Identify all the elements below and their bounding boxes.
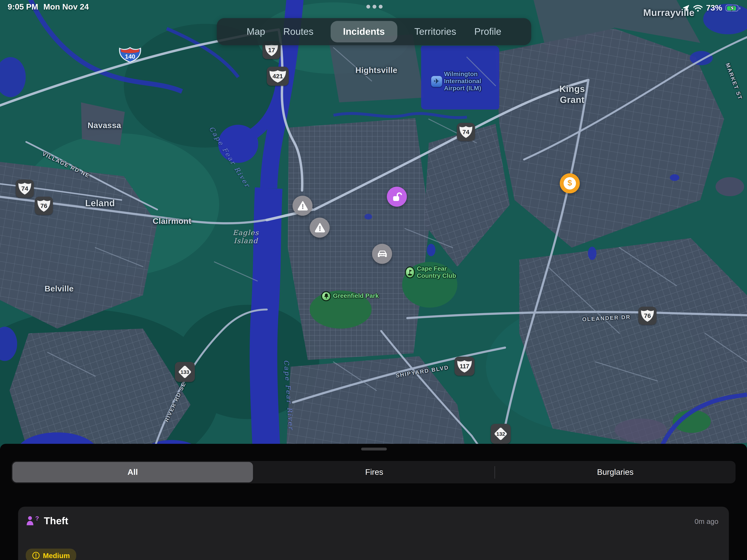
eagles-island-line1: Eagles [233, 229, 259, 237]
poi-airport[interactable]: ✈ Wilmington International Airport (ILM) [431, 71, 481, 92]
golf-flag-icon [405, 266, 415, 278]
multitasking-indicator[interactable] [366, 5, 383, 9]
status-date: Mon Nov 24 [44, 2, 89, 12]
incident-title: Theft [44, 515, 68, 527]
incident-marker-hazard-2[interactable] [310, 218, 330, 238]
poi-country-club[interactable]: Cape Fear Country Club [405, 265, 456, 279]
nav-tab-routes[interactable]: Routes [282, 23, 314, 40]
car-icon [376, 249, 388, 259]
airport-label-line2: International [444, 78, 481, 85]
shield-us74-east: 74 [457, 123, 475, 141]
incident-marker-theft[interactable]: $ [560, 174, 580, 193]
filter-tab-fires[interactable]: Fires [254, 461, 494, 483]
kings-grant-line1: Kings [559, 83, 585, 94]
battery-icon [726, 5, 740, 11]
airplane-icon: ✈ [431, 76, 442, 87]
incident-marker-break-in[interactable] [387, 187, 407, 207]
shield-i140-number: 140 [125, 53, 135, 60]
island-label-eagles-island: Eagles Island [233, 229, 259, 245]
shield-i140: 140 [119, 47, 141, 63]
shield-nc132-number: 132 [496, 431, 505, 437]
nav-tab-territories[interactable]: Territories [413, 23, 457, 40]
battery-percent: 73% [706, 3, 722, 13]
status-icons: 73% [682, 3, 740, 13]
city-label-kings-grant: Kings Grant [559, 83, 585, 105]
top-nav: Map Routes Incidents Territories Profile [217, 18, 531, 45]
filter-tab-burglaries[interactable]: Burglaries [495, 461, 736, 483]
status-time: 9:05 PM [8, 2, 38, 12]
nav-tab-profile[interactable]: Profile [473, 23, 502, 40]
person-question-icon: ? [26, 515, 39, 527]
shield-us17-number: 17 [268, 47, 275, 54]
city-label-hightsville: Hightsville [355, 66, 397, 75]
incident-time: 0m ago [695, 517, 719, 525]
shield-us74-west: 74 [16, 180, 34, 198]
eagles-island-line2: Island [233, 237, 259, 245]
kings-grant-line2: Grant [559, 95, 585, 105]
filter-tab-all[interactable]: All [12, 462, 253, 482]
incident-marker-vehicle[interactable] [372, 244, 392, 264]
severity-label: Medium [43, 551, 70, 559]
exclamation-circle-icon [32, 551, 40, 559]
severity-badge: Medium [26, 549, 76, 560]
tree-icon [321, 291, 331, 301]
greenfield-park-label: Greenfield Park [333, 293, 379, 300]
incident-marker-hazard-1[interactable] [292, 196, 313, 216]
nav-tab-incidents[interactable]: Incidents [331, 21, 397, 42]
shield-us117-number: 117 [460, 363, 469, 369]
sheet-grabber[interactable] [361, 448, 387, 451]
city-label-leland: Leland [85, 198, 115, 209]
shield-us74-east-number: 74 [463, 129, 469, 135]
city-label-clairmont: Clairmont [153, 217, 191, 226]
incident-list-item[interactable]: ? Theft 0m ago Medium [18, 507, 729, 560]
dollar-icon: $ [564, 177, 576, 190]
shield-us76-east: 76 [638, 306, 656, 325]
country-club-line2: Country Club [417, 272, 456, 279]
airport-label-line3: Airport (ILM) [444, 85, 481, 92]
city-label-belville: Belville [45, 284, 74, 294]
poi-greenfield-park[interactable]: Greenfield Park [321, 291, 379, 301]
shield-us421: 421 [267, 67, 289, 86]
dollar-glyph: $ [568, 179, 572, 188]
shield-us421-number: 421 [273, 73, 283, 80]
shield-nc132: 132 [491, 424, 511, 444]
shield-us76-west: 76 [35, 197, 53, 215]
nav-tab-map[interactable]: Map [246, 23, 266, 40]
filter-segmented-control: All Fires Burglaries [11, 461, 736, 483]
shield-us76-west-number: 76 [41, 203, 47, 209]
charging-bolt-icon [729, 5, 735, 11]
warning-triangle-icon [297, 201, 308, 211]
airport-label-line1: Wilmington [444, 71, 481, 78]
shield-nc133-number: 133 [181, 369, 189, 375]
location-arrow-icon [682, 4, 690, 12]
shield-nc133: 133 [175, 362, 195, 382]
app-screen: Hightsville Navassa Leland Clairmont Bel… [0, 0, 747, 560]
shield-us117: 117 [455, 357, 474, 376]
shield-us74-west-number: 74 [21, 185, 28, 192]
wifi-icon [693, 4, 703, 11]
bottom-sheet: All Fires Burglaries ? Theft 0m ago [0, 444, 747, 560]
warning-triangle-icon [314, 222, 325, 233]
shield-us76-east-number: 76 [644, 312, 651, 319]
country-club-line1: Cape Fear [417, 265, 456, 272]
city-label-navassa: Navassa [87, 121, 121, 131]
svg-text:?: ? [35, 515, 39, 522]
airplane-glyph: ✈ [434, 77, 440, 86]
unlock-icon [391, 191, 402, 202]
